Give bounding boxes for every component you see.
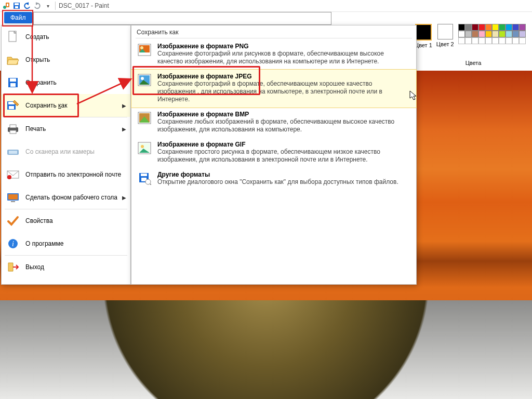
svg-rect-2	[7, 4, 8, 6]
menu-label: Отправить по электронной почте	[25, 171, 121, 178]
item-desc: Сохранение фотографий или рисунков в фор…	[157, 50, 402, 65]
palette-swatch-empty[interactable]	[472, 37, 478, 44]
menu-label: Со сканера или камеры	[25, 148, 95, 155]
svg-point-35	[141, 145, 144, 148]
palette-swatch[interactable]	[478, 31, 485, 37]
menu-item-save-as[interactable]: Сохранить как ▶	[2, 94, 130, 117]
palette-swatch[interactable]	[458, 24, 465, 31]
saveas-bmp[interactable]: Изображение в формате BMP Сохранение люб…	[131, 108, 416, 138]
menu-item-about[interactable]: i О программе	[2, 232, 130, 255]
palette-swatch-empty[interactable]	[506, 37, 512, 44]
palette-swatch-empty[interactable]	[512, 37, 519, 44]
color-2-selector[interactable]: Цвет 2	[436, 24, 454, 47]
svg-point-19	[7, 175, 11, 179]
palette-swatch[interactable]	[499, 24, 506, 31]
title-bar: ▾ DSC_0017 - Paint	[0, 0, 532, 12]
palette-swatch-empty[interactable]	[492, 37, 499, 44]
divider	[55, 2, 56, 10]
palette-swatch-empty[interactable]	[478, 37, 485, 44]
saveas-jpeg[interactable]: Изображение в формате JPEG Сохранение фо…	[131, 69, 417, 108]
menu-item-email[interactable]: Отправить по электронной почте	[2, 163, 130, 186]
menu-label: Свойства	[25, 217, 53, 224]
palette-swatch-empty[interactable]	[465, 37, 472, 44]
svg-rect-14	[10, 125, 16, 128]
saveas-other[interactable]: Другие форматы Открытие диалогового окна…	[131, 168, 416, 190]
ribbon-colors-group: Цвет 1 Цвет 2 Цвета	[413, 24, 532, 72]
colors-group-label: Цвета	[415, 60, 532, 66]
folder-open-icon	[6, 53, 20, 66]
item-desc: Сохранение простого рисунка в формате, о…	[157, 148, 402, 164]
palette-swatch[interactable]	[492, 24, 499, 31]
palette-swatch[interactable]	[492, 31, 499, 37]
save-as-submenu: Сохранить как Изображение в формате PNG …	[131, 25, 417, 285]
palette-swatch[interactable]	[458, 31, 465, 37]
palette-swatch[interactable]	[485, 31, 492, 37]
palette-swatch[interactable]	[485, 24, 492, 31]
qat-customize-icon[interactable]: ▾	[44, 2, 52, 10]
qat-undo-icon[interactable]	[23, 2, 31, 10]
palette-swatch-empty[interactable]	[519, 37, 526, 44]
palette-swatch-empty[interactable]	[485, 37, 492, 44]
palette-swatch[interactable]	[472, 31, 478, 37]
item-title: Другие форматы	[157, 171, 398, 178]
saveas-png[interactable]: Изображение в формате PNG Сохранение фот…	[131, 39, 416, 70]
palette-swatch[interactable]	[472, 24, 478, 31]
svg-point-30	[141, 77, 144, 80]
menu-item-create[interactable]: Создать	[2, 25, 130, 48]
svg-rect-4	[15, 3, 19, 5]
check-icon	[6, 214, 20, 228]
palette-swatch[interactable]	[465, 31, 472, 37]
canvas-ruler-placeholder	[33, 12, 331, 25]
printer-icon	[6, 122, 20, 136]
svg-point-39	[145, 179, 151, 184]
palette-swatch[interactable]	[465, 24, 472, 31]
submenu-arrow-icon: ▶	[122, 103, 126, 109]
menu-item-scanner: Со сканера или камеры	[2, 140, 130, 163]
menu-label: Выход	[25, 263, 44, 271]
tab-file[interactable]: Файл	[4, 12, 32, 23]
menu-label: Сделать фоном рабочего стола	[25, 194, 117, 201]
svg-rect-5	[15, 6, 18, 8]
qat-redo-icon[interactable]	[33, 2, 42, 10]
svg-rect-12	[9, 106, 14, 109]
svg-point-27	[140, 46, 143, 49]
submenu-arrow-icon: ▶	[122, 195, 126, 201]
menu-label: Сохранить как	[25, 102, 67, 109]
svg-rect-9	[10, 83, 16, 87]
palette-swatch-empty[interactable]	[499, 37, 506, 44]
palette-swatch[interactable]	[512, 31, 519, 37]
qat-save-icon[interactable]	[12, 2, 21, 10]
item-title: Изображение в формате BMP	[157, 111, 402, 118]
color-palette[interactable]	[458, 24, 531, 44]
item-title: Изображение в формате GIF	[157, 141, 402, 148]
palette-swatch[interactable]	[519, 24, 526, 31]
app-icon	[2, 2, 10, 10]
menu-label: Создать	[25, 33, 49, 41]
palette-swatch[interactable]	[519, 31, 526, 37]
menu-item-save[interactable]: Сохранить	[2, 71, 130, 94]
menu-item-properties[interactable]: Свойства	[2, 209, 130, 232]
menu-label: Печать	[25, 125, 46, 132]
palette-swatch[interactable]	[499, 31, 506, 37]
bmp-icon	[137, 111, 152, 125]
palette-swatch[interactable]	[506, 24, 512, 31]
desktop-icon	[6, 191, 20, 204]
item-title: Изображение в формате JPEG	[157, 73, 402, 80]
save-icon	[6, 76, 20, 89]
menu-item-print[interactable]: Печать ▶	[2, 117, 130, 140]
color-1-selector[interactable]: Цвет 1	[415, 24, 432, 48]
palette-swatch[interactable]	[512, 24, 519, 31]
saveas-gif[interactable]: Изображение в формате GIF Сохранение про…	[131, 138, 416, 168]
item-desc: Открытие диалогового окна "Сохранить как…	[157, 178, 398, 186]
palette-swatch[interactable]	[478, 24, 485, 31]
palette-swatch[interactable]	[506, 31, 512, 37]
menu-item-exit[interactable]: Выход	[2, 256, 130, 278]
save-dialog-icon	[137, 171, 152, 185]
menu-label: Сохранить	[25, 79, 57, 86]
gif-icon	[137, 141, 152, 155]
submenu-arrow-icon: ▶	[122, 126, 126, 132]
jpeg-icon	[137, 73, 152, 87]
menu-item-open[interactable]: Открыть	[2, 48, 130, 71]
menu-item-wallpaper[interactable]: Сделать фоном рабочего стола ▶	[2, 186, 130, 209]
palette-swatch-empty[interactable]	[458, 37, 465, 44]
